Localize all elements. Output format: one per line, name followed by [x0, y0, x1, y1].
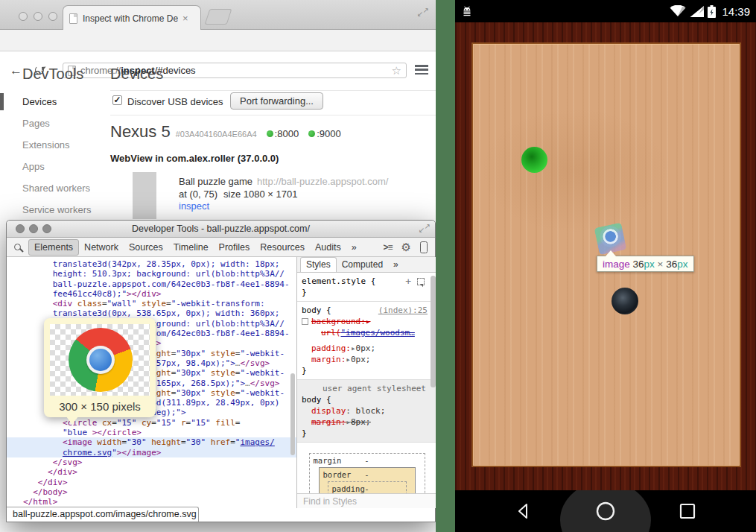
back-triangle-icon — [515, 502, 533, 520]
game-board[interactable]: image 36px × 36px — [471, 42, 741, 467]
dom-node-line[interactable]: ball-puzzle.appspot.com/642ec0b3-fb8f-4e… — [7, 279, 296, 289]
dom-node-line[interactable]: </div> — [7, 467, 296, 477]
image-url-link[interactable]: "images/woodsm… — [341, 328, 415, 338]
devtools-tab-resources[interactable]: Resources — [255, 240, 310, 255]
android-nav-bar — [455, 490, 756, 532]
dom-node-line[interactable]: </div> — [7, 478, 296, 487]
body-style-rule: (index):25body { background:▸ url("image… — [297, 302, 436, 380]
devtools-panel-tabs: ElementsNetworkSourcesTimelineProfilesRe… — [28, 239, 362, 256]
devtools-titlebar[interactable]: Developer Tools - ball-puzzle.appspot.co… — [7, 221, 435, 238]
page-thumbnail — [133, 172, 156, 219]
devtools-tab-timeline[interactable]: Timeline — [168, 240, 214, 255]
console-drawer-icon[interactable]: >≡ — [384, 242, 393, 253]
inspect-link[interactable]: inspect — [179, 200, 209, 212]
home-button[interactable] — [583, 490, 628, 532]
device-name: Nexus 5 — [110, 122, 171, 142]
chrome-logo-ring — [86, 346, 115, 374]
styles-tab-computed[interactable]: Computed — [337, 258, 388, 272]
inspected-page-title: Ball puzzle game — [179, 176, 252, 187]
dark-ball[interactable] — [612, 288, 638, 314]
minimize-window-button[interactable] — [29, 224, 38, 233]
wifi-icon — [670, 5, 686, 17]
close-window-button[interactable] — [16, 224, 25, 233]
styles-tab-more[interactable]: » — [388, 258, 404, 272]
minimize-window-button[interactable] — [34, 12, 42, 21]
devtools-tab-elements[interactable]: Elements — [28, 239, 79, 256]
device-mode-icon[interactable] — [420, 241, 428, 253]
element-style-rule: element.style { + } — [297, 273, 436, 302]
recents-square-icon — [679, 502, 696, 520]
dom-node-line[interactable]: translate3d(342px, 28.35px, 0px); width:… — [7, 259, 296, 269]
browser-toolbar: ← chrome://inspect/#devices ☆ — [0, 30, 436, 51]
selected-dom-node-line[interactable]: chrome.svg"></image> — [7, 448, 296, 457]
dom-node-line[interactable]: </svg> — [7, 457, 296, 467]
sidebar-item-pages[interactable]: Pages — [22, 113, 104, 134]
browser-tab[interactable]: Inspect with Chrome Devel × — [63, 5, 201, 31]
close-window-button[interactable] — [19, 12, 28, 21]
find-styles-input[interactable] — [297, 494, 436, 508]
devtools-tab-sources[interactable]: Sources — [124, 240, 168, 255]
resource-link[interactable]: images/ — [240, 437, 274, 447]
search-icon[interactable] — [14, 244, 21, 250]
property-checkbox[interactable] — [302, 318, 308, 325]
code-scrollbar-thumb[interactable] — [290, 373, 295, 455]
fullscreen-expand-icon[interactable]: ↗↙ — [419, 222, 431, 234]
recents-button[interactable] — [665, 490, 710, 532]
zoom-window-button[interactable] — [42, 224, 51, 233]
devtools-tab-profiles[interactable]: Profiles — [214, 240, 255, 255]
styles-scrollbar-thumb[interactable] — [431, 276, 436, 387]
bookmark-star-icon[interactable]: ☆ — [392, 64, 401, 77]
page-title: Devices — [110, 66, 163, 83]
green-ball[interactable] — [521, 147, 547, 173]
dom-node-line[interactable]: fee461cc40c8);"></div> — [7, 289, 296, 299]
devtools-window-title: Developer Tools - ball-puzzle.appspot.co… — [7, 221, 435, 237]
inspect-element-icon[interactable] — [417, 278, 425, 285]
new-style-rule-icon[interactable]: + — [405, 276, 411, 287]
fullscreen-expand-icon[interactable]: ↗↙ — [417, 6, 429, 18]
dom-node-line[interactable]: "blue ></circle> — [7, 428, 296, 437]
sidebar-item-apps[interactable]: Apps — [22, 156, 104, 177]
sidebar-item-service-workers[interactable]: Service workers — [22, 199, 104, 221]
dom-node-line[interactable]: <div class="wall" style="-webkit-transfo… — [7, 299, 296, 308]
sidebar-item-extensions[interactable]: Extensions — [22, 134, 104, 156]
discover-usb-checkbox[interactable]: ✓ — [112, 95, 122, 105]
dom-node-line[interactable]: translate3d(0px, 538.65px, 0px); width: … — [7, 308, 296, 318]
green-status-dot-icon — [267, 130, 273, 137]
image-preview-popup: 300 × 150 pixels — [44, 318, 156, 417]
tab-close-icon[interactable]: × — [182, 13, 188, 24]
android-status-bar: 14:39 — [455, 0, 756, 22]
new-tab-button[interactable] — [205, 9, 232, 25]
find-in-styles-bar — [297, 493, 436, 508]
devtools-tab-network[interactable]: Network — [79, 240, 124, 255]
discover-usb-label: Discover USB devices — [127, 96, 223, 107]
devtools-toolbar: ElementsNetworkSourcesTimelineProfilesRe… — [7, 238, 435, 257]
inspected-page-row: Ball puzzle gamehttp://ball-puzzle.appsp… — [179, 176, 388, 187]
game-wood-frame: image 36px × 36px — [455, 22, 756, 490]
browser-menu-icon[interactable] — [415, 65, 428, 75]
back-button[interactable] — [501, 490, 546, 532]
home-circle-icon — [595, 501, 616, 522]
dom-node-line[interactable]: </body> — [7, 487, 296, 497]
styles-tab-styles[interactable]: Styles — [300, 257, 337, 272]
inspected-page-url: http://ball-puzzle.appspot.com/ — [257, 176, 388, 187]
zoom-window-button[interactable] — [48, 12, 57, 21]
port-forwarding-button[interactable]: Port forwarding... — [230, 92, 323, 110]
stylesheet-source-link[interactable]: (index):25 — [378, 305, 428, 316]
dom-node-line[interactable]: </html> — [7, 497, 296, 507]
dom-node-line[interactable]: <circle cx="15" cy="15" r="15" fill= — [7, 418, 296, 428]
sidebar-item-devices[interactable]: Devices — [22, 91, 104, 113]
sidebar-item-shared-workers[interactable]: Shared workers — [22, 177, 104, 199]
selected-dom-node-line[interactable]: <image width="30" height="30" href="imag… — [7, 437, 296, 447]
devtools-tab-more[interactable]: » — [346, 240, 362, 255]
port-status: :8000 — [267, 128, 299, 139]
resource-link[interactable]: chrome.svg — [63, 448, 112, 457]
back-button[interactable]: ← — [10, 63, 22, 78]
chrome-logo-image — [69, 328, 133, 392]
dom-node-line[interactable]: height: 510.3px; background: url(blob:ht… — [7, 269, 296, 279]
device-serial: #03A404160A4E66A4 — [176, 130, 257, 139]
gear-icon[interactable]: ⚙ — [401, 241, 411, 254]
devtools-toolbar-icons: >≡ ⚙ — [384, 241, 428, 254]
user-agent-style-rule: user agent stylesheet body { display: bl… — [297, 380, 436, 443]
devtools-tab-audits[interactable]: Audits — [310, 240, 346, 255]
clock-text: 14:39 — [722, 5, 750, 18]
